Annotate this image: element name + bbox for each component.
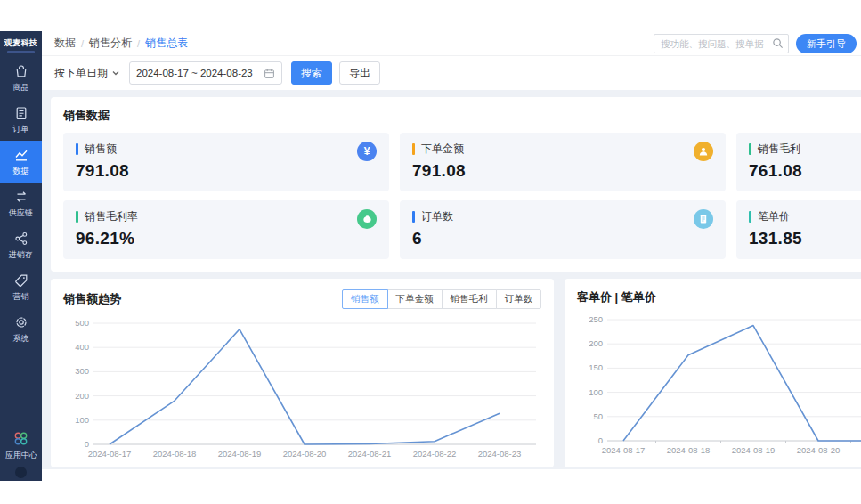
global-search-input[interactable] [661, 38, 772, 49]
svg-text:50: 50 [593, 411, 603, 421]
svg-text:0: 0 [85, 439, 89, 449]
sales-trend-title: 销售额趋势 [63, 291, 121, 307]
metric-value: 761.08 [749, 161, 861, 181]
app-window: 观麦科技 商品 订单 数据 供 [0, 31, 861, 481]
tab-sales-amount[interactable]: 销售额 [342, 289, 388, 309]
main-area: 数据 / 销售分析 / 销售总表 新手引导 按下单日期 [42, 31, 861, 481]
line-chart-icon [13, 147, 29, 163]
sales-trend-tabs: 销售额 下单金额 销售毛利 订单数 [342, 289, 541, 309]
svg-text:400: 400 [75, 342, 89, 352]
sidebar-item-data[interactable]: 数据 [0, 141, 42, 183]
sales-panel-title: 销售数据 [63, 108, 861, 124]
sidebar-item-orders[interactable]: 订单 [0, 99, 42, 141]
svg-text:100: 100 [75, 415, 89, 425]
metric-label: 销售额 [85, 142, 117, 157]
breadcrumb-current[interactable]: 销售总表 [145, 36, 188, 51]
svg-text:2024-08-17: 2024-08-17 [602, 445, 646, 455]
calendar-icon [264, 68, 275, 79]
breadcrumb-item[interactable]: 数据 [54, 36, 76, 51]
sidebar-item-label: 订单 [12, 124, 28, 134]
tab-gross-profit[interactable]: 销售毛利 [442, 289, 497, 309]
svg-text:2024-08-18: 2024-08-18 [667, 445, 711, 455]
svg-text:100: 100 [589, 387, 603, 397]
moneybag-icon [357, 209, 377, 229]
sidebar-item-app-center[interactable]: 应用中心 [0, 424, 42, 467]
user-icon [694, 142, 713, 161]
breadcrumb-item[interactable]: 销售分析 [89, 36, 132, 51]
brand-logo-slogan [7, 51, 35, 53]
svg-text:2024-08-18: 2024-08-18 [153, 449, 197, 459]
metric-label: 下单金额 [421, 142, 464, 157]
sidebar-item-label: 进销存 [9, 249, 33, 260]
metric-label: 销售毛利率 [85, 209, 138, 224]
metric-card-gross-profit: 销售毛利 761.08 [736, 133, 861, 191]
breadcrumb: 数据 / 销售分析 / 销售总表 [54, 36, 188, 51]
metric-value: 791.08 [76, 161, 377, 181]
accent-bar [76, 143, 78, 155]
svg-text:2024-08-21: 2024-08-21 [348, 449, 392, 459]
breadcrumb-separator: / [137, 38, 140, 49]
date-type-select[interactable]: 按下单日期 [54, 66, 120, 81]
svg-text:2024-08-20: 2024-08-20 [283, 449, 327, 459]
metric-card-per-order-price: 笔单价 131.85 [736, 200, 861, 259]
metric-card-order-amount: 下单金额 791.08 [400, 133, 726, 191]
search-button[interactable]: 搜索 [291, 61, 332, 85]
sales-trend-panel: 销售额趋势 销售额 下单金额 销售毛利 订单数 0100200300400500… [51, 279, 554, 467]
sidebar-item-label: 营销 [12, 291, 28, 302]
bag-icon [13, 63, 29, 79]
sidebar-item-supply-chain[interactable]: 供应链 [0, 183, 42, 224]
svg-text:0: 0 [598, 435, 603, 445]
top-bar-right: 新手引导 [654, 34, 857, 53]
metric-value: 131.85 [749, 229, 861, 248]
charts-row: 销售额趋势 销售额 下单金额 销售毛利 订单数 0100200300400500… [51, 279, 861, 467]
accent-bar [749, 211, 751, 223]
content-area: 销售数据 销售额 791.08 ¥ 下单金额 [42, 90, 861, 469]
global-search[interactable] [654, 34, 789, 53]
share-nodes-icon [13, 231, 29, 247]
svg-text:200: 200 [75, 391, 89, 401]
search-icon[interactable] [772, 37, 784, 49]
tab-order-count[interactable]: 订单数 [496, 289, 542, 309]
date-range-picker[interactable]: 2024-08-17 ~ 2024-08-23 [129, 61, 282, 85]
metric-label: 笔单价 [758, 209, 790, 224]
exchange-arrows-icon [13, 189, 29, 205]
metric-card-sales-amount: 销售额 791.08 ¥ [63, 133, 389, 191]
order-icon [13, 105, 29, 121]
sidebar-item-inventory[interactable]: 进销存 [0, 224, 42, 266]
price-per-customer-panel: 客单价 | 笔单价 0501001502002502024-08-172024-… [565, 279, 861, 467]
metric-cards: 销售额 791.08 ¥ 下单金额 791.08 [63, 133, 861, 259]
sidebar-item-system[interactable]: 系统 [0, 308, 42, 350]
svg-text:250: 250 [589, 314, 603, 324]
metric-label: 销售毛利 [758, 142, 800, 157]
svg-text:300: 300 [75, 366, 89, 376]
chevron-down-icon [111, 69, 120, 77]
price-chart-title: 客单价 | 笔单价 [577, 289, 656, 305]
metric-card-gross-margin: 销售毛利率 96.21% [63, 200, 389, 259]
export-button[interactable]: 导出 [339, 61, 380, 85]
sales-data-panel: 销售数据 销售额 791.08 ¥ 下单金额 [51, 97, 861, 272]
svg-text:200: 200 [589, 338, 603, 348]
svg-text:2024-08-19: 2024-08-19 [732, 445, 776, 455]
accent-bar [749, 143, 751, 155]
date-type-label: 按下单日期 [54, 66, 108, 81]
sidebar-item-label: 系统 [12, 333, 28, 344]
sidebar-item-label: 供应链 [9, 207, 33, 218]
sidebar-item-marketing[interactable]: 营销 [0, 266, 42, 308]
svg-text:2024-08-22: 2024-08-22 [413, 449, 457, 459]
newbie-guide-button[interactable]: 新手引导 [796, 34, 857, 53]
tab-order-amount[interactable]: 下单金额 [387, 289, 443, 309]
metric-value: 96.21% [76, 229, 377, 248]
accent-bar [412, 143, 415, 155]
accent-bar [412, 211, 415, 223]
svg-text:2024-08-20: 2024-08-20 [797, 445, 841, 455]
metric-value: 6 [412, 229, 713, 248]
svg-text:2024-08-19: 2024-08-19 [218, 449, 262, 459]
document-icon [694, 209, 713, 229]
date-range-value: 2024-08-17 ~ 2024-08-23 [136, 68, 264, 78]
svg-text:500: 500 [75, 318, 89, 328]
accent-bar [76, 211, 78, 223]
user-avatar[interactable] [15, 467, 27, 478]
sidebar-item-goods[interactable]: 商品 [0, 57, 42, 99]
price-per-customer-chart: 0501001502002502024-08-172024-08-182024-… [577, 311, 861, 464]
sales-trend-chart: 01002003004005002024-08-172024-08-182024… [63, 314, 541, 467]
